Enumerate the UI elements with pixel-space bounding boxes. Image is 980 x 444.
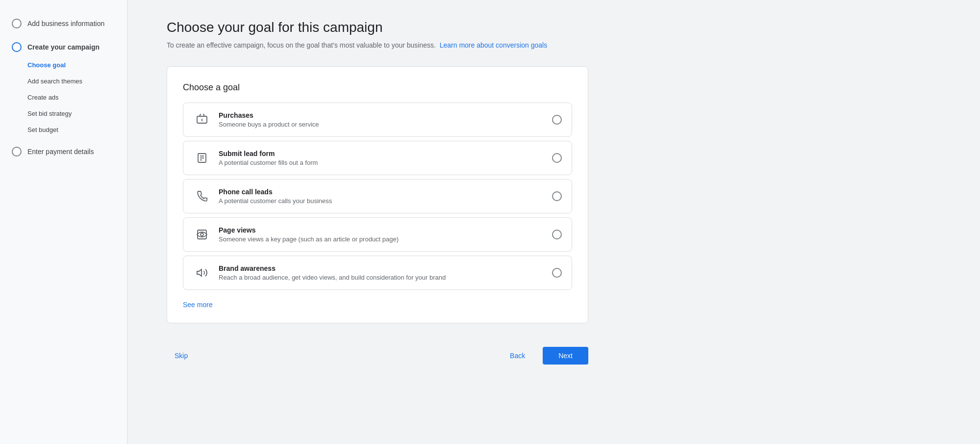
goal-desc-purchases: Someone buys a product or service: [219, 121, 544, 128]
sidebar-subitems: Choose goal Add search themes Create ads…: [0, 57, 127, 138]
sidebar-subitem-choose-goal[interactable]: Choose goal: [27, 57, 127, 73]
svg-rect-6: [198, 230, 206, 239]
goal-text-purchases: Purchases Someone buys a product or serv…: [219, 111, 544, 128]
goal-desc-page-views: Someone views a key page (such as an art…: [219, 235, 544, 243]
goal-radio-phone-call[interactable]: [552, 191, 562, 201]
goal-title-phone-call: Phone call leads: [219, 188, 544, 196]
goal-title-brand-awareness: Brand awareness: [219, 264, 544, 272]
sidebar-section-campaign: Create your campaign Choose goal Add sea…: [0, 37, 127, 142]
sidebar-label-create-campaign: Create your campaign: [27, 43, 100, 51]
skip-button[interactable]: Skip: [167, 347, 196, 365]
sidebar-item-add-business[interactable]: Add business information: [0, 14, 127, 33]
goal-desc-brand-awareness: Reach a broad audience, get video views,…: [219, 274, 544, 281]
card-title: Choose a goal: [183, 82, 572, 93]
sidebar-item-create-campaign[interactable]: Create your campaign: [0, 37, 127, 57]
goal-text-phone-call: Phone call leads A potential customer ca…: [219, 188, 544, 205]
megaphone-icon: [193, 264, 211, 282]
sidebar-circle-payment: [12, 147, 22, 157]
goal-radio-lead-form[interactable]: [552, 153, 562, 163]
footer-bar: Skip Back Next: [167, 343, 588, 365]
nav-buttons: Back Next: [498, 347, 588, 365]
goal-radio-brand-awareness[interactable]: [552, 268, 562, 278]
sidebar-section-business: Add business information: [0, 14, 127, 37]
main-content: Choose your goal for this campaign To cr…: [127, 0, 980, 444]
goal-radio-purchases[interactable]: [552, 115, 562, 125]
page-subtitle-text: To create an effective campaign, focus o…: [167, 41, 436, 49]
see-more-link[interactable]: See more: [183, 301, 213, 309]
goal-title-page-views: Page views: [219, 226, 544, 234]
sidebar-circle-business: [12, 19, 22, 28]
cart-icon: [193, 111, 211, 129]
phone-icon: [193, 187, 211, 205]
sidebar-section-payment: Enter payment details: [0, 142, 127, 165]
goal-option-submit-lead-form[interactable]: Submit lead form A potential customer fi…: [183, 141, 572, 175]
sidebar-circle-campaign: [12, 42, 22, 52]
sidebar-subitem-set-bid-strategy[interactable]: Set bid strategy: [27, 105, 127, 122]
goal-text-brand-awareness: Brand awareness Reach a broad audience, …: [219, 264, 544, 281]
goal-option-phone-call-leads[interactable]: Phone call leads A potential customer ca…: [183, 179, 572, 213]
sidebar-subitem-set-budget[interactable]: Set budget: [27, 122, 127, 138]
goal-option-page-views[interactable]: Page views Someone views a key page (suc…: [183, 217, 572, 252]
sidebar-label-add-business: Add business information: [27, 20, 104, 27]
next-button[interactable]: Next: [543, 347, 588, 365]
goal-option-purchases[interactable]: Purchases Someone buys a product or serv…: [183, 103, 572, 137]
learn-more-link[interactable]: Learn more about conversion goals: [440, 41, 547, 49]
svg-point-7: [201, 233, 203, 236]
goal-desc-phone-call: A potential customer calls your business: [219, 197, 544, 205]
sidebar-subitem-add-search-themes[interactable]: Add search themes: [27, 73, 127, 89]
page-subtitle: To create an effective campaign, focus o…: [167, 40, 941, 51]
page-icon: [193, 226, 211, 243]
page-title: Choose your goal for this campaign: [167, 20, 941, 35]
sidebar-item-enter-payment[interactable]: Enter payment details: [0, 142, 127, 161]
svg-marker-8: [197, 269, 201, 276]
back-button[interactable]: Back: [498, 347, 537, 365]
goal-option-brand-awareness[interactable]: Brand awareness Reach a broad audience, …: [183, 256, 572, 290]
form-icon: [193, 149, 211, 167]
goal-card: Choose a goal Purchases Someone buys a p…: [167, 66, 588, 323]
goal-text-page-views: Page views Someone views a key page (suc…: [219, 226, 544, 243]
goal-desc-lead-form: A potential customer fills out a form: [219, 159, 544, 166]
sidebar-subitem-create-ads[interactable]: Create ads: [27, 89, 127, 105]
goal-radio-page-views[interactable]: [552, 230, 562, 239]
goal-title-purchases: Purchases: [219, 111, 544, 119]
goal-text-lead-form: Submit lead form A potential customer fi…: [219, 150, 544, 166]
sidebar-label-enter-payment: Enter payment details: [27, 148, 94, 156]
goal-title-lead-form: Submit lead form: [219, 150, 544, 157]
sidebar: Add business information Create your cam…: [0, 0, 127, 444]
